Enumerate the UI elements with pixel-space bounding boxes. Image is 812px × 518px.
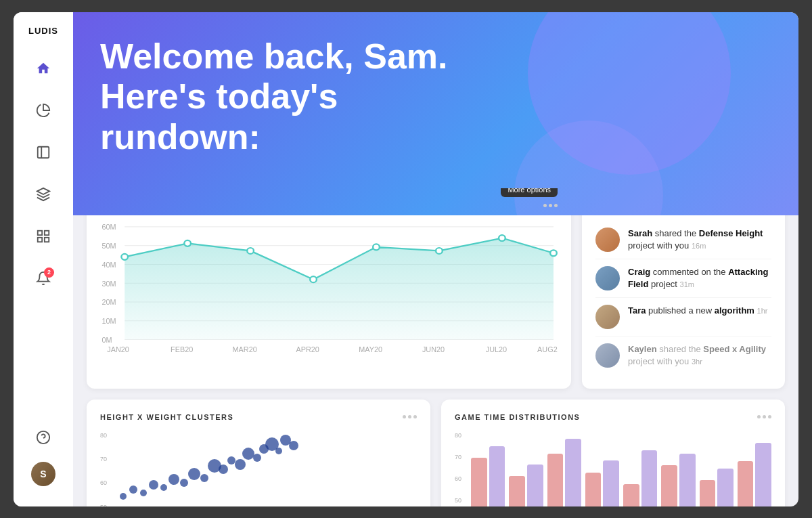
bar-primary-4: [585, 473, 602, 506]
bottom-charts: HEIGHT X WEIGHT CLUSTERS 80 70: [87, 400, 785, 506]
bar-secondary-5: [641, 450, 658, 506]
svg-text:JUL20: JUL20: [486, 346, 508, 353]
bar-primary-1: [471, 458, 487, 506]
activity-text-kaylen: Kaylen shared the Speed x Agility projec…: [628, 343, 771, 368]
activity-meta-sarah: Sarah shared the Defense Height project …: [628, 228, 771, 252]
sidebar-bottom: S: [30, 424, 57, 493]
data-point-jul: [499, 235, 505, 241]
hero-section: Welcome back, Sam. Here's today's rundow…: [73, 12, 798, 215]
svg-text:10M: 10M: [102, 318, 116, 325]
svg-text:JAN20: JAN20: [107, 346, 129, 353]
line-chart: 60M 50M 40M 30M 20M 10M 0M: [100, 221, 558, 356]
svg-text:MAR20: MAR20: [233, 346, 257, 353]
game-time-title: GAME TIME DISTRIBUTIONS: [455, 413, 580, 421]
user-avatar[interactable]: S: [31, 462, 55, 486]
dashboard-grid: GAME PREDICTION More options 60M 50M 40M: [73, 188, 798, 506]
svg-text:30M: 30M: [102, 280, 116, 288]
svg-rect-4: [45, 230, 49, 234]
dot3: [554, 204, 558, 207]
bar-secondary-7: [717, 469, 734, 506]
svg-point-44: [242, 448, 254, 460]
avatar-image: S: [31, 462, 55, 486]
scatter-svg: [110, 432, 417, 506]
bar-primary-8: [738, 461, 754, 506]
data-point-mar: [247, 248, 254, 254]
game-time-more[interactable]: [757, 415, 771, 418]
height-weight-title: HEIGHT X WEIGHT CLUSTERS: [100, 413, 233, 421]
svg-text:FEB20: FEB20: [171, 346, 193, 353]
svg-text:APR20: APR20: [296, 346, 319, 353]
data-point-feb: [184, 240, 191, 246]
bar-secondary-3: [565, 439, 581, 506]
sarah-target: Defense Height: [699, 228, 763, 238]
height-weight-more[interactable]: [403, 415, 417, 418]
svg-point-38: [188, 468, 200, 480]
hero-greeting: Welcome back, Sam. Here's today's rundow…: [100, 37, 506, 158]
sidebar-item-grid[interactable]: [30, 223, 57, 250]
svg-text:40M: 40M: [102, 261, 116, 269]
sidebar-item-chart[interactable]: [30, 97, 57, 124]
bar-group-8: [738, 443, 771, 506]
svg-text:20M: 20M: [102, 299, 116, 306]
app-container: LUDIS 2: [14, 12, 798, 506]
svg-rect-0: [38, 146, 49, 158]
activity-meta-craig: Craig commented on the Attacking Field p…: [628, 266, 771, 290]
svg-point-36: [168, 474, 179, 485]
svg-point-45: [253, 454, 261, 462]
activity-text-craig: Craig commented on the Attacking Field p…: [628, 266, 771, 290]
game-prediction-more[interactable]: More options: [543, 204, 558, 207]
bar-chart: 80 70 60 50: [455, 432, 771, 506]
line-chart-svg: 60M 50M 40M 30M 20M 10M 0M: [100, 221, 558, 356]
bar-secondary-2: [527, 465, 543, 506]
kaylen-time: 3hr: [692, 358, 702, 366]
data-point-apr: [310, 276, 317, 282]
svg-point-48: [275, 448, 282, 454]
svg-point-41: [219, 465, 228, 474]
svg-text:AUG20: AUG20: [537, 346, 558, 353]
avatar-sarah: [595, 228, 620, 252]
sidebar-item-notifications[interactable]: 2: [30, 265, 57, 292]
tara-target: algorithm: [715, 305, 754, 316]
sidebar: LUDIS 2: [14, 12, 73, 506]
data-point-jun: [436, 248, 443, 254]
bar-group-1: [471, 446, 505, 506]
svg-point-34: [149, 480, 158, 490]
svg-rect-3: [38, 230, 42, 234]
svg-text:60M: 60M: [102, 223, 116, 231]
sidebar-item-home[interactable]: [30, 55, 57, 82]
bar-primary-5: [623, 484, 639, 506]
svg-text:0M: 0M: [102, 337, 112, 344]
svg-rect-6: [38, 237, 42, 241]
craig-name: Craig: [628, 267, 650, 277]
svg-point-43: [235, 459, 246, 470]
svg-text:JUN20: JUN20: [422, 346, 445, 353]
svg-point-32: [129, 485, 137, 494]
bar-group-7: [700, 469, 734, 506]
bar-secondary-4: [603, 460, 619, 506]
bar-secondary-6: [679, 454, 696, 506]
svg-text:MAY20: MAY20: [359, 346, 382, 353]
data-point-jan: [121, 253, 128, 259]
activity-item-kaylen: Kaylen shared the Speed x Agility projec…: [595, 337, 771, 374]
dot2: [549, 204, 552, 207]
sidebar-item-help[interactable]: [30, 424, 57, 451]
activity-meta-tara: Tara published a new algorithm 1hr: [628, 305, 767, 317]
bar-primary-6: [661, 465, 677, 506]
activity-item-tara: Tara published a new algorithm 1hr: [595, 298, 771, 337]
game-prediction-card: GAME PREDICTION More options 60M 50M 40M: [87, 188, 571, 389]
latest-activity-card: LATEST ACTIVITY Sarah shared the Defense…: [582, 188, 785, 389]
sidebar-item-book[interactable]: [30, 139, 57, 166]
activity-text-tara: Tara published a new algorithm 1hr: [628, 305, 767, 317]
tara-name: Tara: [628, 305, 646, 316]
bar-group-2: [509, 465, 543, 506]
svg-text:50M: 50M: [102, 242, 116, 250]
bar-group-5: [623, 450, 657, 506]
svg-point-35: [160, 484, 167, 491]
activity-item-sarah: Sarah shared the Defense Height project …: [595, 221, 771, 259]
more-options-tooltip: More options: [501, 188, 558, 198]
sidebar-item-layers[interactable]: [30, 181, 57, 208]
svg-point-39: [200, 474, 208, 482]
svg-point-50: [289, 441, 298, 450]
craig-time: 31m: [680, 280, 694, 288]
avatar-craig: [595, 266, 620, 290]
